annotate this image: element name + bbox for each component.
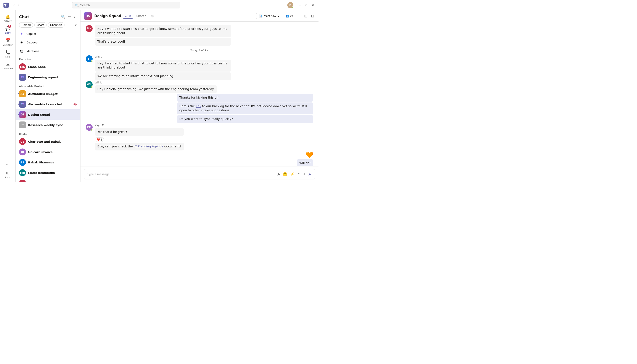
chat-expand-button[interactable]: ∨ bbox=[73, 14, 77, 20]
filter-tab-unread[interactable]: Unread bbox=[19, 22, 33, 28]
avatar-research-weekly bbox=[19, 122, 26, 128]
filter-tab-chats[interactable]: Chats bbox=[35, 22, 47, 28]
avatar-marie-beaudouin: MB bbox=[19, 169, 26, 176]
chat-panel-header: Chat ··· 🔍 ✏ ∨ bbox=[16, 10, 80, 22]
add-button[interactable]: + bbox=[303, 172, 306, 177]
participants-count: 24 bbox=[290, 14, 293, 18]
chat-header-name: Design Squad bbox=[94, 14, 121, 18]
add-tab-button[interactable]: ⊕ bbox=[150, 14, 155, 18]
activity-label: Activity bbox=[4, 20, 12, 22]
chat-item-content: Mona Kane bbox=[28, 65, 77, 68]
attach-button[interactable]: ⚡ bbox=[289, 172, 295, 177]
chat-badge: 2 bbox=[8, 25, 11, 28]
onedrive-label: OneDrive bbox=[3, 68, 13, 70]
meet-now-icon: 📊 bbox=[259, 14, 262, 18]
chat-item-name-engineering: Engineering squad bbox=[28, 76, 77, 79]
chat-item-name-al-team-chat: Alexandria team chat bbox=[28, 103, 71, 106]
svg-point-4 bbox=[21, 103, 23, 104]
sidebar-item-onedrive[interactable]: ☁ OneDrive bbox=[2, 60, 14, 72]
chat-item-marie-beaudouin[interactable]: MB Marie Beaudouin bbox=[16, 168, 80, 178]
sidebar-item-calendar[interactable]: 📅 Calendar bbox=[2, 36, 14, 48]
filter-expand-button[interactable]: ∨ bbox=[75, 23, 77, 27]
user-status-dot bbox=[292, 6, 293, 8]
minimize-button[interactable]: — bbox=[297, 2, 303, 8]
compose-input[interactable] bbox=[87, 172, 275, 176]
chat-compose-button[interactable]: ✏ bbox=[67, 14, 72, 20]
header-panel-button[interactable]: ⊟ bbox=[310, 13, 315, 19]
emoji-button[interactable]: 🙂 bbox=[282, 172, 288, 177]
msg-content-early: Hey, I wanted to start this chat to get … bbox=[95, 25, 231, 46]
reaction-button[interactable]: ❤️ 1 bbox=[95, 138, 104, 142]
message-row-outgoing-1: Thanks for kicking this off! Here's the … bbox=[86, 94, 313, 123]
chat-item-unicorn-invoice[interactable]: UI Unicorn invoice bbox=[16, 147, 80, 157]
chat-search-button[interactable]: 🔍 bbox=[60, 14, 66, 20]
messages-area: MK Hey, I wanted to start this chat to g… bbox=[81, 22, 318, 166]
nav-item-mentions[interactable]: @ Mentions bbox=[16, 47, 80, 55]
sidebar-item-activity[interactable]: 🔔 Activity bbox=[2, 12, 14, 24]
sidebar-item-apps[interactable]: ⊞ Apps bbox=[2, 168, 14, 180]
avatar-babak-shammas: BS bbox=[19, 159, 26, 166]
chat-item-design-squad[interactable]: DS Design Squad bbox=[16, 109, 80, 120]
more-options-button[interactable]: ... bbox=[279, 2, 286, 8]
close-button[interactable]: ✕ bbox=[310, 2, 316, 8]
activity-icon: 🔔 bbox=[5, 14, 11, 19]
sidebar-item-chat[interactable]: 💬 2 Chat bbox=[2, 24, 14, 36]
filter-tabs: Unread Chats Channels ∨ bbox=[16, 22, 80, 30]
chat-icon: 💬 2 bbox=[5, 26, 11, 31]
format-button[interactable]: A bbox=[277, 172, 280, 177]
chat-item-charlotte-babak[interactable]: CB Charlotte and Babak bbox=[16, 136, 80, 147]
onedrive-icon: ☁ bbox=[5, 62, 11, 66]
msg-bubble-2: That's pretty cool! bbox=[95, 38, 231, 46]
chat-panel-title: Chat bbox=[19, 14, 29, 19]
participants-button[interactable]: 👥 24 bbox=[284, 13, 295, 19]
participants-icon: 👥 bbox=[286, 14, 289, 18]
chat-tab-chat[interactable]: Chat bbox=[123, 13, 133, 18]
msg-avatar-eric: EI bbox=[86, 55, 93, 62]
search-bar[interactable]: 🔍 bbox=[72, 2, 180, 8]
chat-item-mona-kane[interactable]: MK Mona Kane bbox=[16, 62, 80, 72]
meet-now-label: Meet now bbox=[264, 14, 276, 18]
backlog-link[interactable]: link bbox=[196, 104, 201, 108]
search-input[interactable] bbox=[80, 4, 177, 7]
msg-bubble-outgoing-3: Do you want to sync really quickly? bbox=[177, 115, 313, 123]
msg-bubble: Hey, I wanted to start this chat to get … bbox=[95, 25, 231, 37]
back-button[interactable]: ‹ bbox=[12, 2, 16, 8]
chat-item-name-cb: Charlotte and Babak bbox=[28, 140, 77, 143]
avatar-mona-kane: MK bbox=[19, 63, 26, 70]
header-more-button[interactable]: ··· bbox=[297, 13, 302, 19]
chat-item-name-design-squad: Design Squad bbox=[28, 113, 77, 116]
message-row-will: WL Will L. Hey Daniela, great timing! We… bbox=[86, 81, 313, 93]
msg-bubble-outgoing-1: Thanks for kicking this off! bbox=[177, 94, 313, 102]
nav-item-copilot[interactable]: ✦ Copilot bbox=[16, 30, 80, 38]
filter-tab-channels[interactable]: Channels bbox=[48, 22, 65, 28]
sidebar-item-calls[interactable]: 📞 Calls bbox=[2, 48, 14, 60]
content-area: DS Design Squad Chat Shared ⊕ 📊 Meet now… bbox=[81, 10, 318, 182]
calls-label: Calls bbox=[5, 56, 11, 58]
loop-button[interactable]: ↻ bbox=[297, 172, 301, 177]
chat-item-engineering-squad[interactable]: Engineering squad bbox=[16, 72, 80, 82]
discover-icon: ✦ bbox=[19, 40, 24, 45]
chat-header-actions: 📊 Meet now ∨ 👥 24 ··· ⊞ ⊟ bbox=[256, 13, 315, 19]
meet-now-button[interactable]: 📊 Meet now ∨ bbox=[256, 13, 282, 19]
main-layout: 🔔 Activity 💬 2 Chat 📅 Calendar 📞 Calls ☁… bbox=[0, 10, 318, 182]
chat-item-amanda-brady[interactable]: AB Amanda Brady bbox=[16, 178, 80, 182]
apps-label: Apps bbox=[5, 176, 11, 178]
send-button[interactable]: ➤ bbox=[308, 172, 312, 177]
chat-item-alexandria-budget[interactable]: • AB Alexandria Budget bbox=[16, 88, 80, 99]
chat-item-alexandria-team-chat[interactable]: • Alexandria team chat @ bbox=[16, 99, 80, 109]
header-grid-button[interactable]: ⊞ bbox=[303, 13, 308, 19]
chat-item-content-engineering: Engineering squad bbox=[28, 76, 77, 79]
lt-planning-link[interactable]: LT Planning Agenda bbox=[134, 144, 163, 148]
chat-tab-shared[interactable]: Shared bbox=[135, 14, 148, 18]
window-controls: — □ ✕ bbox=[297, 2, 316, 8]
forward-button[interactable]: › bbox=[17, 2, 20, 8]
message-row-kayo: KM Kayo M. Yes that'd be great! ❤️ 1 Btw… bbox=[86, 124, 313, 150]
chat-item-research-weekly[interactable]: Research weekly sync bbox=[16, 120, 80, 130]
chat-item-babak-shammas[interactable]: BS Babak Shammas bbox=[16, 157, 80, 168]
mentions-label: Mentions bbox=[27, 50, 39, 53]
maximize-button[interactable]: □ bbox=[303, 2, 309, 8]
nav-item-discover[interactable]: ✦ Discover bbox=[16, 38, 80, 47]
user-avatar[interactable]: D bbox=[287, 2, 293, 8]
chat-more-button[interactable]: ··· bbox=[55, 14, 59, 20]
sidebar-item-more[interactable]: ··· bbox=[2, 160, 14, 168]
